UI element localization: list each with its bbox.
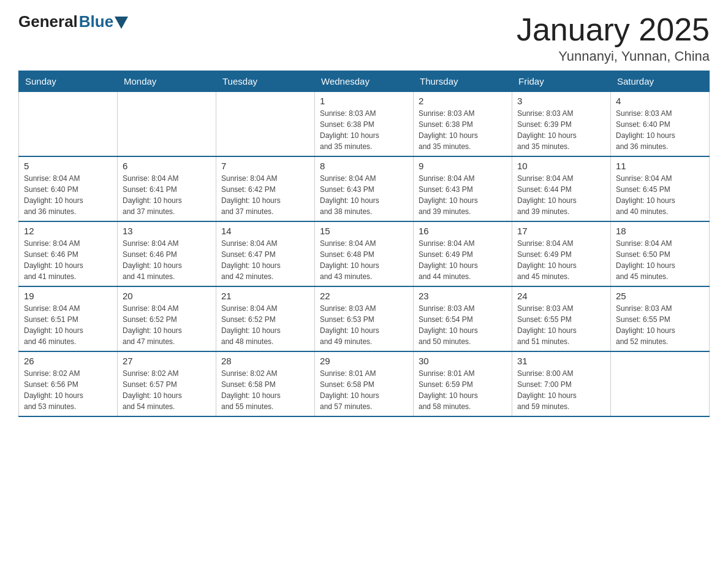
calendar-table: SundayMondayTuesdayWednesdayThursdayFrid… [18, 71, 710, 417]
day-info: Sunrise: 8:04 AMSunset: 6:46 PMDaylight:… [24, 238, 112, 282]
logo: General Blue [18, 12, 128, 31]
day-of-week-header: Wednesday [315, 71, 414, 92]
day-number: 31 [517, 356, 605, 366]
day-number: 25 [616, 291, 704, 301]
calendar-cell: 6Sunrise: 8:04 AMSunset: 6:41 PMDaylight… [118, 156, 216, 221]
day-number: 11 [616, 161, 704, 171]
calendar-cell: 12Sunrise: 8:04 AMSunset: 6:46 PMDayligh… [19, 221, 118, 286]
day-number: 10 [517, 161, 605, 171]
day-number: 16 [419, 226, 507, 236]
calendar-cell [19, 92, 118, 157]
day-number: 23 [419, 291, 507, 301]
day-info: Sunrise: 8:03 AMSunset: 6:40 PMDaylight:… [616, 108, 704, 152]
day-number: 24 [517, 291, 605, 301]
day-info: Sunrise: 8:01 AMSunset: 6:58 PMDaylight:… [320, 368, 408, 412]
logo-icon-wrapper: Blue [78, 12, 128, 31]
calendar-cell [216, 92, 315, 157]
day-number: 18 [616, 226, 704, 236]
day-info: Sunrise: 8:03 AMSunset: 6:53 PMDaylight:… [320, 303, 408, 347]
day-info: Sunrise: 8:01 AMSunset: 6:59 PMDaylight:… [419, 368, 507, 412]
day-number: 2 [419, 96, 507, 106]
day-info: Sunrise: 8:03 AMSunset: 6:54 PMDaylight:… [419, 303, 507, 347]
day-number: 14 [221, 226, 309, 236]
logo-general-text: General [18, 12, 78, 31]
day-info: Sunrise: 8:04 AMSunset: 6:51 PMDaylight:… [24, 303, 112, 347]
day-info: Sunrise: 8:03 AMSunset: 6:55 PMDaylight:… [616, 303, 704, 347]
day-number: 26 [24, 356, 112, 366]
svg-marker-0 [115, 17, 128, 29]
day-number: 12 [24, 226, 112, 236]
calendar-cell: 10Sunrise: 8:04 AMSunset: 6:44 PMDayligh… [512, 156, 611, 221]
calendar-body: 1Sunrise: 8:03 AMSunset: 6:38 PMDaylight… [19, 92, 710, 417]
calendar-cell: 26Sunrise: 8:02 AMSunset: 6:56 PMDayligh… [19, 351, 118, 416]
day-info: Sunrise: 8:04 AMSunset: 6:46 PMDaylight:… [123, 238, 211, 282]
logo-blue-text: Blue [79, 12, 113, 31]
day-info: Sunrise: 8:04 AMSunset: 6:50 PMDaylight:… [616, 238, 704, 282]
day-info: Sunrise: 8:04 AMSunset: 6:48 PMDaylight:… [320, 238, 408, 282]
day-number: 1 [320, 96, 408, 106]
day-of-week-header: Thursday [414, 71, 512, 92]
calendar-cell: 29Sunrise: 8:01 AMSunset: 6:58 PMDayligh… [315, 351, 414, 416]
calendar-cell: 11Sunrise: 8:04 AMSunset: 6:45 PMDayligh… [611, 156, 710, 221]
month-title: January 2025 [517, 12, 710, 47]
calendar-cell: 27Sunrise: 8:02 AMSunset: 6:57 PMDayligh… [118, 351, 216, 416]
day-info: Sunrise: 8:04 AMSunset: 6:40 PMDaylight:… [24, 173, 112, 217]
calendar-cell: 1Sunrise: 8:03 AMSunset: 6:38 PMDaylight… [315, 92, 414, 157]
day-of-week-header: Sunday [19, 71, 118, 92]
calendar-cell: 28Sunrise: 8:02 AMSunset: 6:58 PMDayligh… [216, 351, 315, 416]
calendar-week-row: 5Sunrise: 8:04 AMSunset: 6:40 PMDaylight… [19, 156, 710, 221]
day-info: Sunrise: 8:03 AMSunset: 6:39 PMDaylight:… [517, 108, 605, 152]
day-number: 20 [123, 291, 211, 301]
day-number: 5 [24, 161, 112, 171]
day-number: 22 [320, 291, 408, 301]
calendar-cell [611, 351, 710, 416]
day-info: Sunrise: 8:04 AMSunset: 6:45 PMDaylight:… [616, 173, 704, 217]
calendar-cell: 15Sunrise: 8:04 AMSunset: 6:48 PMDayligh… [315, 221, 414, 286]
day-info: Sunrise: 8:04 AMSunset: 6:52 PMDaylight:… [123, 303, 211, 347]
calendar-week-row: 1Sunrise: 8:03 AMSunset: 6:38 PMDaylight… [19, 92, 710, 157]
day-number: 13 [123, 226, 211, 236]
day-number: 8 [320, 161, 408, 171]
calendar-cell: 30Sunrise: 8:01 AMSunset: 6:59 PMDayligh… [414, 351, 512, 416]
day-info: Sunrise: 8:03 AMSunset: 6:55 PMDaylight:… [517, 303, 605, 347]
day-info: Sunrise: 8:02 AMSunset: 6:58 PMDaylight:… [221, 368, 309, 412]
calendar-cell: 22Sunrise: 8:03 AMSunset: 6:53 PMDayligh… [315, 286, 414, 351]
calendar-cell: 3Sunrise: 8:03 AMSunset: 6:39 PMDaylight… [512, 92, 611, 157]
day-number: 27 [123, 356, 211, 366]
day-info: Sunrise: 8:04 AMSunset: 6:47 PMDaylight:… [221, 238, 309, 282]
logo-triangle-icon [115, 17, 128, 30]
calendar-week-row: 19Sunrise: 8:04 AMSunset: 6:51 PMDayligh… [19, 286, 710, 351]
day-info: Sunrise: 8:04 AMSunset: 6:52 PMDaylight:… [221, 303, 309, 347]
day-info: Sunrise: 8:04 AMSunset: 6:49 PMDaylight:… [517, 238, 605, 282]
calendar-cell: 4Sunrise: 8:03 AMSunset: 6:40 PMDaylight… [611, 92, 710, 157]
calendar-cell [118, 92, 216, 157]
day-number: 3 [517, 96, 605, 106]
calendar-cell: 20Sunrise: 8:04 AMSunset: 6:52 PMDayligh… [118, 286, 216, 351]
day-info: Sunrise: 8:04 AMSunset: 6:41 PMDaylight:… [123, 173, 211, 217]
day-info: Sunrise: 8:04 AMSunset: 6:42 PMDaylight:… [221, 173, 309, 217]
day-info: Sunrise: 8:03 AMSunset: 6:38 PMDaylight:… [320, 108, 408, 152]
day-of-week-header: Saturday [611, 71, 710, 92]
calendar-cell: 13Sunrise: 8:04 AMSunset: 6:46 PMDayligh… [118, 221, 216, 286]
day-number: 30 [419, 356, 507, 366]
page-header: General Blue January 2025 Yunnanyi, Yunn… [18, 12, 710, 64]
calendar-cell: 18Sunrise: 8:04 AMSunset: 6:50 PMDayligh… [611, 221, 710, 286]
calendar-header: SundayMondayTuesdayWednesdayThursdayFrid… [19, 71, 710, 92]
calendar-cell: 2Sunrise: 8:03 AMSunset: 6:38 PMDaylight… [414, 92, 512, 157]
calendar-cell: 16Sunrise: 8:04 AMSunset: 6:49 PMDayligh… [414, 221, 512, 286]
day-number: 4 [616, 96, 704, 106]
calendar-cell: 5Sunrise: 8:04 AMSunset: 6:40 PMDaylight… [19, 156, 118, 221]
day-of-week-header: Tuesday [216, 71, 315, 92]
day-number: 29 [320, 356, 408, 366]
calendar-cell: 23Sunrise: 8:03 AMSunset: 6:54 PMDayligh… [414, 286, 512, 351]
calendar-cell: 21Sunrise: 8:04 AMSunset: 6:52 PMDayligh… [216, 286, 315, 351]
calendar-cell: 24Sunrise: 8:03 AMSunset: 6:55 PMDayligh… [512, 286, 611, 351]
day-info: Sunrise: 8:04 AMSunset: 6:43 PMDaylight:… [320, 173, 408, 217]
calendar-cell: 17Sunrise: 8:04 AMSunset: 6:49 PMDayligh… [512, 221, 611, 286]
day-info: Sunrise: 8:02 AMSunset: 6:57 PMDaylight:… [123, 368, 211, 412]
header-row: SundayMondayTuesdayWednesdayThursdayFrid… [19, 71, 710, 92]
day-of-week-header: Monday [118, 71, 216, 92]
day-info: Sunrise: 8:00 AMSunset: 7:00 PMDaylight:… [517, 368, 605, 412]
day-number: 7 [221, 161, 309, 171]
day-number: 28 [221, 356, 309, 366]
